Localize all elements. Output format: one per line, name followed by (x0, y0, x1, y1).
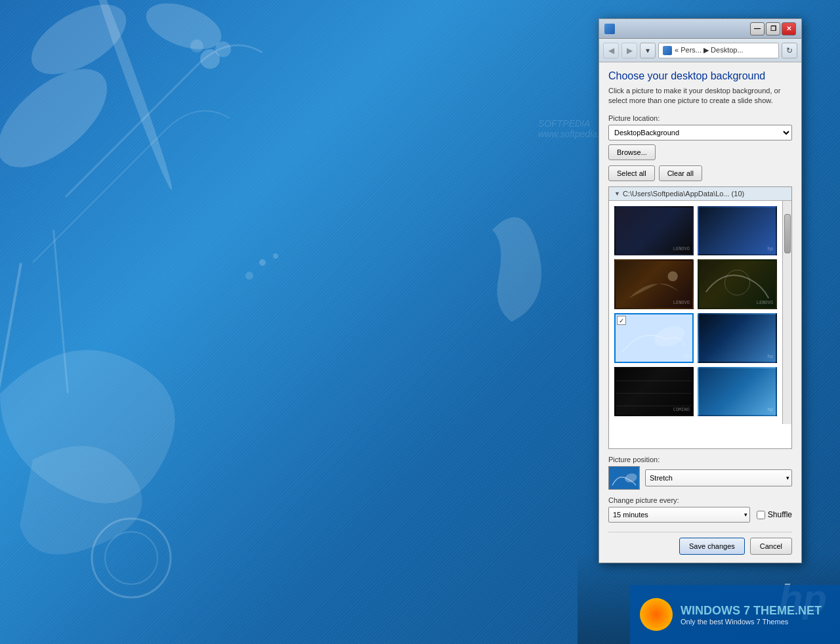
svg-point-12 (273, 253, 278, 259)
position-dropdown-wrapper: Stretch Fill Fit Tile Center ▾ (645, 469, 792, 486)
select-clear-row: Select all Clear all (608, 165, 792, 181)
content-area: Choose your desktop background Click a p… (599, 62, 801, 563)
picture-location-dropdown[interactable]: DesktopBackground (608, 125, 792, 140)
wallpaper-thumb-7[interactable]: COMINO (614, 367, 694, 417)
grid-content: LENOVO hp LENOVO (609, 201, 782, 424)
picture-position-dropdown[interactable]: Stretch Fill Fit Tile Center (645, 469, 792, 486)
breadcrumb-bar: « Pers... ▶ Desktop... (658, 43, 779, 58)
change-picture-row: 15 minutes 10 seconds 30 seconds 1 minut… (608, 507, 792, 523)
refresh-button[interactable]: ↻ (782, 43, 797, 58)
wallpaper-thumb-1[interactable]: LENOVO (614, 206, 694, 256)
scrollbar-thumb[interactable] (784, 214, 791, 253)
dropdown-arrow-button[interactable]: ▾ (640, 43, 656, 58)
wallpaper-thumb-3[interactable]: LENOVO (614, 259, 694, 309)
svg-point-2 (140, 0, 227, 58)
picture-position-section: Picture position: Stretch Fill Fit Tile (608, 456, 792, 490)
shuffle-row: Shuffle (757, 510, 792, 519)
save-changes-button[interactable]: Save changes (679, 538, 745, 555)
close-button[interactable]: ✕ (782, 22, 796, 35)
grid-scroll-wrapper: LENOVO hp LENOVO (609, 201, 791, 424)
folder-header: ▼ C:\Users\Softpedia\AppData\Lo... (10) (609, 187, 791, 201)
theme-icon (640, 598, 673, 631)
back-button[interactable]: ◀ (603, 43, 619, 58)
svg-point-11 (259, 259, 266, 266)
svg-point-5 (215, 41, 231, 57)
picture-location-label: Picture location: (608, 114, 792, 122)
desktop-background-dialog: — ❐ ✕ ◀ ▶ ▾ « Pers... ▶ Desktop... ↻ Cho… (598, 18, 802, 563)
interval-dropdown[interactable]: 15 minutes 10 seconds 30 seconds 1 minut… (608, 507, 750, 523)
wallpaper-thumb-5[interactable]: ✓ hp (614, 313, 694, 363)
browse-row: Browse... (608, 144, 792, 160)
title-bar: — ❐ ✕ (599, 19, 801, 39)
title-bar-left (604, 24, 615, 34)
svg-point-13 (245, 272, 253, 280)
nav-bar: ◀ ▶ ▾ « Pers... ▶ Desktop... ↻ (599, 39, 801, 62)
theme-banner: WINDOWS 7 THEME.NET Only the best Window… (630, 585, 840, 644)
select-all-button[interactable]: Select all (608, 165, 655, 181)
minimize-button[interactable]: — (750, 22, 765, 35)
theme-title: WINDOWS 7 THEME.NET (681, 604, 822, 618)
breadcrumb-text: « Pers... ▶ Desktop... (675, 46, 744, 54)
page-title: Choose your desktop background (608, 70, 792, 82)
interval-select-wrapper: 15 minutes 10 seconds 30 seconds 1 minut… (608, 507, 750, 523)
scrollbar-track[interactable] (782, 201, 791, 424)
wallpaper-thumb-2[interactable]: hp (698, 206, 777, 256)
position-preview (608, 466, 640, 490)
svg-point-15 (724, 270, 749, 295)
clear-button[interactable]: Clear all (659, 165, 702, 181)
shuffle-label: Shuffle (768, 510, 792, 519)
bottom-buttons: Save changes Cancel (608, 532, 792, 555)
restore-button[interactable]: ❐ (766, 22, 780, 35)
svg-rect-7 (0, 263, 22, 457)
svg-point-3 (0, 51, 124, 185)
svg-point-16 (652, 322, 688, 351)
window-icon (604, 24, 615, 34)
forward-button[interactable]: ▶ (621, 43, 637, 58)
page-subtitle: Click a picture to make it your desktop … (608, 86, 792, 106)
folder-arrow-icon: ▼ (614, 190, 620, 197)
browse-button[interactable]: Browse... (608, 144, 656, 160)
svg-point-6 (190, 39, 203, 53)
image-grid-container: ▼ C:\Users\Softpedia\AppData\Lo... (10) … (608, 186, 792, 449)
position-row: Stretch Fill Fit Tile Center ▾ (608, 466, 792, 490)
wallpaper-thumb-4[interactable]: LENOVO (698, 259, 777, 309)
breadcrumb-icon (663, 46, 672, 55)
svg-point-4 (200, 49, 220, 69)
picture-location-row: DesktopBackground (608, 125, 792, 140)
image-grid: LENOVO hp LENOVO (609, 201, 782, 418)
svg-point-0 (86, 0, 177, 192)
svg-point-1 (20, 0, 138, 89)
svg-rect-8 (52, 230, 69, 393)
wallpaper-thumb-6[interactable]: hp (698, 313, 777, 363)
cancel-button[interactable]: Cancel (750, 538, 792, 555)
picture-position-label: Picture position: (608, 456, 792, 463)
change-picture-section: Change picture every: 15 minutes 10 seco… (608, 496, 792, 523)
title-bar-buttons: — ❐ ✕ (750, 22, 796, 35)
shuffle-checkbox[interactable] (757, 511, 765, 519)
theme-text-block: WINDOWS 7 THEME.NET Only the best Window… (681, 604, 822, 626)
svg-point-14 (668, 272, 678, 282)
folder-path-text: C:\Users\Softpedia\AppData\Lo... (10) (623, 190, 744, 198)
theme-subtitle: Only the best Windows 7 Themes (681, 618, 822, 626)
change-picture-label: Change picture every: (608, 496, 792, 504)
wallpaper-thumb-8[interactable]: hp (698, 367, 777, 417)
svg-point-10 (105, 532, 158, 584)
svg-point-9 (92, 519, 171, 597)
